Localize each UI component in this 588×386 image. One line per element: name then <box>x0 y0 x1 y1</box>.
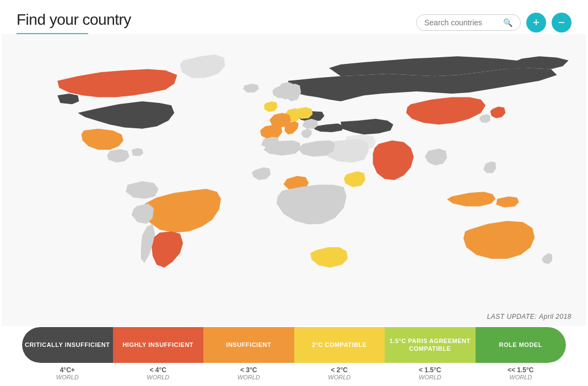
legend-temp-highly-insufficient: < 4°C <box>113 366 204 374</box>
legend-temp-insufficient: < 3°C <box>203 366 294 374</box>
legend-label-highly-insufficient: HIGHLY INSUFFICIENT <box>122 341 193 349</box>
legend-world-insufficient: WORLD <box>203 374 294 380</box>
legend-world-critically-insufficient: WORLD <box>22 374 113 380</box>
legend-footer-role-model: << 1.5°CWORLD <box>476 366 567 380</box>
world-map[interactable] <box>0 34 588 326</box>
last-update-value: April 2018 <box>539 313 571 320</box>
legend-temp-2c-compatible: < 2°C <box>294 366 385 374</box>
legend-temp-role-model: << 1.5°C <box>476 366 567 374</box>
header-controls: 🔍 + − <box>416 13 571 32</box>
legend-label-1-5c-compatible: 1.5°C PARIS AGREEMENT COMPATIBLE <box>387 338 473 352</box>
legend-footer-2c-compatible: < 2°CWORLD <box>294 366 385 380</box>
legend-item-critically-insufficient: CRITICALLY INSUFFICIENT <box>22 327 113 363</box>
legend-temp-critically-insufficient: 4°C+ <box>22 366 113 374</box>
legend-world-2c-compatible: WORLD <box>294 374 385 380</box>
search-box[interactable]: 🔍 <box>416 14 521 31</box>
legend-label-critically-insufficient: CRITICALLY INSUFFICIENT <box>25 341 110 349</box>
legend-item-role-model: ROLE MODEL <box>476 327 567 363</box>
legend-world-1-5c-compatible: WORLD <box>385 374 476 380</box>
legend-footer-highly-insufficient: < 4°CWORLD <box>113 366 204 380</box>
legend-item-1-5c-compatible: 1.5°C PARIS AGREEMENT COMPATIBLE <box>385 327 476 363</box>
search-icon: 🔍 <box>503 18 513 27</box>
legend-footer-insufficient: < 3°CWORLD <box>203 366 294 380</box>
page-title: Find your country <box>17 11 131 29</box>
legend-label-role-model: ROLE MODEL <box>499 341 542 349</box>
last-update: LAST UPDATE: April 2018 <box>487 313 571 320</box>
legend-item-insufficient: INSUFFICIENT <box>203 327 294 363</box>
legend-item-highly-insufficient: HIGHLY INSUFFICIENT <box>113 327 204 363</box>
legend-label-insufficient: INSUFFICIENT <box>226 341 271 349</box>
legend-footer: 4°C+WORLD< 4°CWORLD< 3°CWORLD< 2°CWORLD<… <box>22 366 566 380</box>
page-header: Find your country 🔍 + − <box>0 0 588 34</box>
legend-footer-critically-insufficient: 4°C+WORLD <box>22 366 113 380</box>
legend-temp-1-5c-compatible: < 1.5°C <box>385 366 476 374</box>
title-section: Find your country <box>17 11 131 34</box>
legend-label-2c-compatible: 2°C COMPATIBLE <box>312 341 367 349</box>
legend-item-2c-compatible: 2°C COMPATIBLE <box>294 327 385 363</box>
legend-world-highly-insufficient: WORLD <box>113 374 204 380</box>
zoom-in-button[interactable]: + <box>526 13 546 32</box>
zoom-out-button[interactable]: − <box>552 13 571 32</box>
map-container[interactable]: LAST UPDATE: April 2018 <box>0 34 588 326</box>
legend-footer-1-5c-compatible: < 1.5°CWORLD <box>385 366 476 380</box>
bottom-section: CRITICALLY INSUFFICIENTHIGHLY INSUFFICIE… <box>0 327 588 386</box>
legend-world-role-model: WORLD <box>476 374 567 380</box>
legend-bar: CRITICALLY INSUFFICIENTHIGHLY INSUFFICIE… <box>22 327 566 363</box>
search-input[interactable] <box>424 18 501 27</box>
last-update-label: LAST UPDATE: <box>487 313 537 320</box>
